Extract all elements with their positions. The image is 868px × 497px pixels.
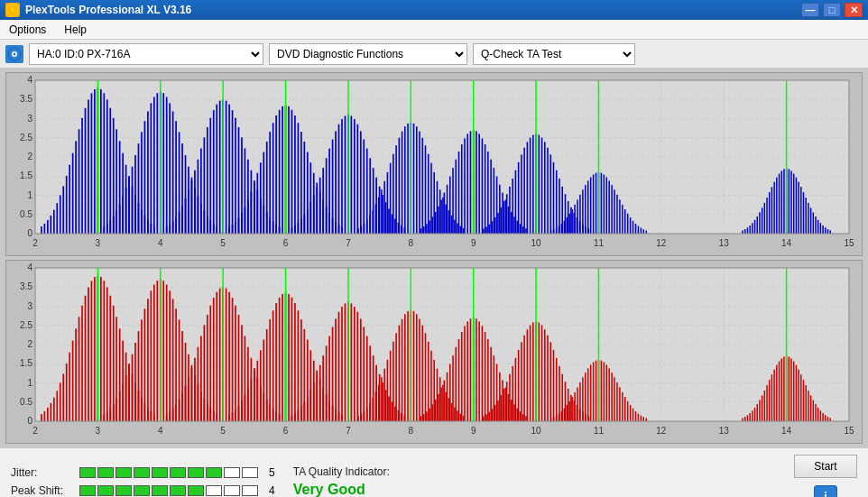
bar-segment xyxy=(224,485,240,496)
bar-segment xyxy=(79,467,96,478)
window-title: PlexTools Professional XL V3.16 xyxy=(25,4,191,16)
bar-segment xyxy=(97,485,114,496)
title-bar-left: PlexTools Professional XL V3.16 xyxy=(5,3,191,17)
toolbar: HA:0 ID:0 PX-716A DVD Diagnostic Functio… xyxy=(0,40,868,69)
jitter-value: 5 xyxy=(269,466,275,479)
bar-segment xyxy=(188,467,204,478)
ta-quality-label: TA Quality Indicator: xyxy=(293,465,390,478)
metrics-section: Jitter: 5 Peak Shift: 4 xyxy=(11,466,275,497)
peak-shift-row: Peak Shift: 4 xyxy=(11,484,275,497)
bar-segment xyxy=(115,485,132,496)
minimize-button[interactable]: — xyxy=(801,3,819,17)
start-section: Start i xyxy=(794,455,857,497)
bar-segment xyxy=(242,485,258,496)
bar-segment xyxy=(242,467,258,478)
bar-segment xyxy=(115,467,132,478)
jitter-row: Jitter: 5 xyxy=(11,466,275,479)
bar-segment xyxy=(170,485,186,496)
svg-point-1 xyxy=(10,7,15,13)
drive-select[interactable]: HA:0 ID:0 PX-716A xyxy=(29,43,263,65)
functions-select[interactable]: DVD Diagnostic Functions xyxy=(269,43,467,65)
bar-segment xyxy=(206,467,222,478)
status-metrics-bar: Jitter: 5 Peak Shift: 4 TA Quality Indic… xyxy=(0,447,868,497)
bottom-chart xyxy=(5,260,863,444)
menu-options[interactable]: Options xyxy=(4,22,51,38)
title-bar: PlexTools Professional XL V3.16 — □ ✕ xyxy=(0,0,868,20)
top-chart-canvas xyxy=(6,73,862,255)
bar-segment xyxy=(170,467,186,478)
app-icon xyxy=(5,3,20,17)
bar-segment xyxy=(152,485,168,496)
bar-segment xyxy=(206,485,222,496)
bar-segment xyxy=(134,467,150,478)
charts-area xyxy=(0,69,868,447)
peak-shift-value: 4 xyxy=(269,484,275,497)
start-button[interactable]: Start xyxy=(794,455,857,478)
menu-bar: Options Help xyxy=(0,20,868,40)
maximize-button[interactable]: □ xyxy=(823,3,841,17)
menu-help[interactable]: Help xyxy=(59,22,92,38)
top-chart xyxy=(5,72,863,256)
peak-shift-label: Peak Shift: xyxy=(11,484,72,497)
bottom-chart-canvas xyxy=(6,261,862,443)
close-button[interactable]: ✕ xyxy=(845,3,863,17)
bar-segment xyxy=(134,485,150,496)
jitter-bars xyxy=(79,467,258,478)
ta-quality-section: TA Quality Indicator: Very Good xyxy=(293,465,390,497)
peak-shift-bars xyxy=(79,485,258,496)
test-select[interactable]: Q-Check TA Test xyxy=(473,43,635,65)
info-button[interactable]: i xyxy=(814,485,837,497)
drive-icon xyxy=(5,45,23,63)
bar-segment xyxy=(224,467,240,478)
bar-segment xyxy=(79,485,96,496)
bar-segment xyxy=(152,467,168,478)
svg-point-4 xyxy=(14,52,16,55)
jitter-label: Jitter: xyxy=(11,466,72,479)
ta-quality-value: Very Good xyxy=(293,482,390,497)
bar-segment xyxy=(188,485,204,496)
bar-segment xyxy=(97,467,114,478)
title-controls[interactable]: — □ ✕ xyxy=(801,3,863,17)
